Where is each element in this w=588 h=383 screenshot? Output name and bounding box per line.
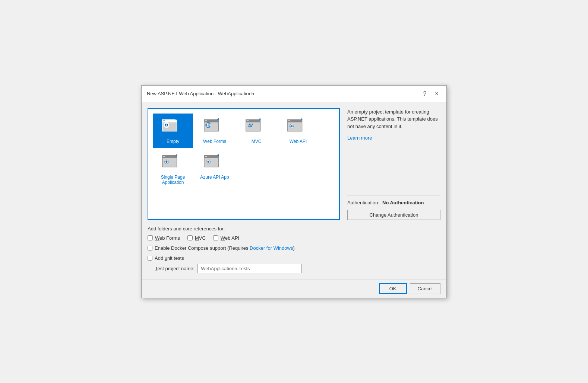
svg-point-28 <box>291 125 293 127</box>
footer: OK Cancel <box>142 279 446 298</box>
template-item-webforms[interactable]: 4 Web Forms <box>195 114 235 148</box>
description-text: An empty project template for creating A… <box>347 108 440 130</box>
template-label-webforms: Web Forms <box>203 139 226 144</box>
svg-rect-42 <box>205 156 207 157</box>
svg-rect-10 <box>205 120 207 121</box>
description-area: An empty project template for creating A… <box>347 108 440 191</box>
add-folders-label: Add folders and core references for: <box>148 226 440 232</box>
close-button[interactable]: × <box>432 89 441 98</box>
help-button[interactable]: ? <box>420 89 429 98</box>
unit-test-checkbox[interactable] <box>148 256 152 261</box>
svg-text:4: 4 <box>176 153 177 157</box>
template-label-mvc: MVC <box>252 139 262 144</box>
unit-test-row: Add unit tests <box>148 255 440 261</box>
svg-rect-26 <box>288 120 291 121</box>
change-auth-button[interactable]: Change Authentication <box>347 210 440 220</box>
svg-rect-34 <box>163 156 165 157</box>
bottom-section: Add folders and core references for: Web… <box>142 226 446 279</box>
mvc-icon: 4 <box>245 117 268 137</box>
template-label-spa: Single PageApplication <box>161 175 185 185</box>
webforms-checkbox[interactable] <box>148 235 153 240</box>
mvc-checkbox[interactable] <box>187 235 193 240</box>
left-panel: 4 Empty <box>148 108 340 220</box>
checkbox-webforms[interactable]: Web Forms <box>148 235 180 241</box>
svg-rect-2 <box>163 120 165 121</box>
svg-rect-18 <box>247 120 249 121</box>
template-grid: 4 Empty <box>153 114 335 189</box>
test-name-row: Test project name: <box>155 264 440 273</box>
dialog-title: New ASP.NET Web Application - WebApplica… <box>147 91 254 96</box>
title-bar-buttons: ? × <box>420 89 441 98</box>
mvc-checkbox-label: MVC <box>195 235 206 241</box>
svg-text:4: 4 <box>176 117 177 121</box>
checkbox-mvc[interactable]: MVC <box>187 235 206 241</box>
template-item-mvc[interactable]: 4 MVC <box>236 114 276 148</box>
docker-label: Enable Docker Compose support (Requires … <box>155 245 295 251</box>
auth-value: No Authentication <box>382 200 424 205</box>
docker-link[interactable]: Docker for Windows <box>250 245 293 251</box>
template-label-webapi: Web API <box>290 139 307 144</box>
webforms-icon: 4 <box>203 117 226 137</box>
checkboxes-row: Web Forms MVC Web API <box>148 235 440 241</box>
test-project-input[interactable] <box>197 264 302 273</box>
webapi-checkbox-label: Web API <box>221 235 239 241</box>
template-item-empty[interactable]: 4 Empty <box>153 114 193 148</box>
test-project-label: Test project name: <box>155 266 195 271</box>
main-content: 4 Empty <box>142 102 446 226</box>
dialog: New ASP.NET Web Application - WebApplica… <box>141 85 447 298</box>
template-label-azure: Azure API App <box>200 175 229 180</box>
docker-checkbox[interactable] <box>148 246 152 250</box>
svg-text:4: 4 <box>217 153 219 157</box>
right-panel: An empty project template for creating A… <box>340 108 440 220</box>
unit-test-label: Add unit tests <box>155 255 184 261</box>
svg-text:4: 4 <box>301 117 303 121</box>
webapi-checkbox[interactable] <box>213 235 218 240</box>
learn-more-link[interactable]: Learn more <box>347 135 372 141</box>
template-item-spa[interactable]: 4 Single PageApplication <box>153 149 193 189</box>
template-item-azure[interactable]: 4 Azure API App <box>195 149 235 183</box>
azure-icon: 4 <box>203 153 226 172</box>
docker-row: Enable Docker Compose support (Requires … <box>148 245 440 251</box>
svg-text:4: 4 <box>259 117 261 121</box>
ok-button[interactable]: OK <box>379 283 407 294</box>
webforms-checkbox-label: Web Forms <box>155 235 180 241</box>
template-label-empty: Empty <box>167 139 179 144</box>
webapi-icon: 4 <box>287 117 309 137</box>
cancel-button[interactable]: Cancel <box>410 283 440 294</box>
spa-icon: 4 <box>162 153 184 172</box>
svg-text:4: 4 <box>217 117 219 121</box>
divider <box>347 195 440 195</box>
empty-icon: 4 <box>162 117 184 137</box>
auth-label: Authentication: <box>347 200 379 205</box>
checkbox-webapi[interactable]: Web API <box>213 235 239 241</box>
auth-row: Authentication: No Authentication <box>347 200 440 205</box>
template-grid-container: 4 Empty <box>148 108 340 220</box>
template-item-webapi[interactable]: 4 Web API <box>278 114 318 148</box>
title-bar: New ASP.NET Web Application - WebApplica… <box>142 86 446 102</box>
